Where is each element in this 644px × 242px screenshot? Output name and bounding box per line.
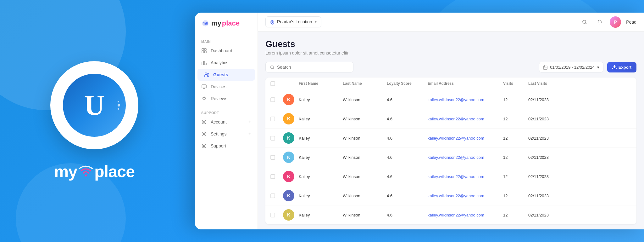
th-first-name: First Name bbox=[299, 81, 343, 86]
row-email: kailey.wilkinson22@yahoo.com bbox=[428, 174, 503, 179]
sidebar-item-reviews[interactable]: Reviews bbox=[195, 93, 258, 105]
th-email: Email Address bbox=[428, 81, 503, 86]
row-avatar-cell: K bbox=[283, 190, 299, 201]
row-loyalty: 4.6 bbox=[387, 136, 428, 141]
sidebar-item-label: Dashboard bbox=[211, 48, 232, 53]
row-first-name: Kailey bbox=[299, 193, 343, 198]
wifi-icon bbox=[77, 163, 94, 180]
row-last-name: Wilkinson bbox=[343, 136, 387, 141]
row-last-visit: 02/11/2023 bbox=[528, 155, 566, 160]
row-loyalty: 4.6 bbox=[387, 213, 428, 217]
row-avatar: K bbox=[283, 209, 294, 221]
location-selector[interactable]: Peadar's Location ▾ bbox=[265, 16, 321, 27]
table-row[interactable]: K Kailey Wilkinson 4.6 kailey.wilkinson2… bbox=[265, 148, 636, 167]
row-checkbox-cell bbox=[270, 155, 283, 160]
row-avatar: K bbox=[283, 94, 294, 105]
row-visits: 12 bbox=[503, 174, 528, 179]
table-row[interactable]: K Kailey Wilkinson 4.6 kailey.wilkinson2… bbox=[265, 205, 636, 224]
svg-point-21 bbox=[271, 66, 274, 69]
row-checkbox[interactable] bbox=[270, 174, 275, 179]
svg-rect-5 bbox=[204, 49, 206, 50]
row-checkbox[interactable] bbox=[270, 213, 275, 217]
sidebar-section-support: Support bbox=[195, 108, 258, 116]
row-checkbox-cell bbox=[270, 174, 283, 179]
sidebar-place: place bbox=[222, 19, 240, 27]
row-avatar: K bbox=[283, 171, 294, 182]
row-visits: 12 bbox=[503, 97, 528, 102]
row-avatar-cell: K bbox=[283, 152, 299, 163]
row-avatar-cell: K bbox=[283, 209, 299, 221]
date-filter[interactable]: 01/01/2019 - 12/02/2024 ▾ bbox=[539, 62, 603, 72]
svg-rect-13 bbox=[202, 85, 206, 88]
logo-u-letter: U bbox=[84, 89, 105, 122]
sidebar-item-dashboard[interactable]: Dashboard bbox=[195, 45, 258, 57]
row-loyalty: 4.6 bbox=[387, 97, 428, 102]
row-visits: 12 bbox=[503, 155, 528, 160]
brand-name: my place bbox=[54, 162, 135, 181]
svg-point-16 bbox=[203, 133, 205, 135]
search-input[interactable] bbox=[277, 65, 349, 70]
sidebar-logo-text: mu my place bbox=[201, 19, 251, 27]
table-row[interactable]: K Kailey Wilkinson 4.6 kailey.wilkinson2… bbox=[265, 186, 636, 205]
table-row[interactable]: K Kailey Wilkinson 4.6 kailey.wilkinson2… bbox=[265, 167, 636, 186]
row-avatar-cell: K bbox=[283, 113, 299, 124]
row-checkbox-cell bbox=[270, 213, 283, 217]
notification-bell-button[interactable] bbox=[595, 17, 605, 27]
table-body: K Kailey Wilkinson 4.6 kailey.wilkinson2… bbox=[265, 90, 636, 224]
row-loyalty: 4.6 bbox=[387, 174, 428, 179]
svg-rect-8 bbox=[202, 62, 203, 65]
row-last-name: Wilkinson bbox=[343, 174, 387, 179]
sidebar-item-support[interactable]: Support bbox=[195, 140, 258, 152]
sidebar-item-analytics[interactable]: Analytics bbox=[195, 57, 258, 69]
logo-dot bbox=[118, 104, 120, 107]
row-last-visit: 02/11/2023 bbox=[528, 213, 566, 217]
svg-point-0 bbox=[85, 175, 87, 176]
row-checkbox[interactable] bbox=[270, 97, 275, 102]
sidebar-logo: mu my place bbox=[195, 19, 258, 34]
row-last-name: Wilkinson bbox=[343, 97, 387, 102]
sidebar-item-guests[interactable]: Guests bbox=[197, 69, 255, 81]
row-email: kailey.wilkinson22@yahoo.com bbox=[428, 97, 503, 102]
svg-text:mu: mu bbox=[203, 21, 208, 26]
row-loyalty: 4.6 bbox=[387, 117, 428, 121]
sidebar: mu my place Main bbox=[195, 13, 258, 229]
top-bar: Peadar's Location ▾ bbox=[258, 13, 644, 32]
sidebar-item-devices[interactable]: Devices bbox=[195, 81, 258, 93]
brand-section: U my place bbox=[0, 0, 189, 242]
settings-plus-icon[interactable]: + bbox=[248, 131, 251, 137]
chevron-down-icon: ▾ bbox=[315, 20, 317, 24]
row-checkbox-cell bbox=[270, 136, 283, 141]
row-loyalty: 4.6 bbox=[387, 155, 428, 160]
date-range-label: 01/01/2019 - 12/02/2024 bbox=[550, 65, 595, 70]
export-button[interactable]: Export bbox=[607, 62, 636, 72]
brand-my: my bbox=[54, 162, 77, 181]
export-label: Export bbox=[619, 65, 631, 70]
row-visits: 12 bbox=[503, 117, 528, 121]
svg-rect-7 bbox=[204, 51, 206, 53]
th-avatar bbox=[283, 81, 299, 86]
sidebar-item-settings[interactable]: Settings + bbox=[195, 128, 258, 140]
select-all-checkbox[interactable] bbox=[270, 81, 275, 86]
sidebar-item-label: Account bbox=[211, 119, 227, 124]
row-last-name: Wilkinson bbox=[343, 193, 387, 198]
row-visits: 12 bbox=[503, 136, 528, 141]
sidebar-item-account[interactable]: Account + bbox=[195, 116, 258, 128]
row-checkbox[interactable] bbox=[270, 136, 275, 141]
table-row[interactable]: K Kailey Wilkinson 4.6 kailey.wilkinson2… bbox=[265, 109, 636, 129]
logo-dot bbox=[118, 108, 119, 110]
row-last-visit: 02/11/2023 bbox=[528, 117, 566, 121]
row-last-visit: 02/11/2023 bbox=[528, 193, 566, 198]
bar-chart-icon bbox=[201, 60, 207, 66]
row-checkbox[interactable] bbox=[270, 155, 275, 160]
row-last-name: Wilkinson bbox=[343, 213, 387, 217]
table-row[interactable]: K Kailey Wilkinson 4.6 kailey.wilkinson2… bbox=[265, 129, 636, 148]
svg-rect-10 bbox=[205, 63, 206, 65]
user-avatar[interactable]: P bbox=[610, 16, 621, 28]
row-checkbox[interactable] bbox=[270, 117, 275, 121]
table-row[interactable]: K Kailey Wilkinson 4.6 kailey.wilkinson2… bbox=[265, 90, 636, 109]
search-button[interactable] bbox=[580, 17, 590, 27]
account-plus-icon[interactable]: + bbox=[248, 119, 251, 125]
row-checkbox[interactable] bbox=[270, 193, 275, 198]
logo-circle: U bbox=[50, 61, 138, 149]
row-email: kailey.wilkinson22@yahoo.com bbox=[428, 136, 503, 141]
